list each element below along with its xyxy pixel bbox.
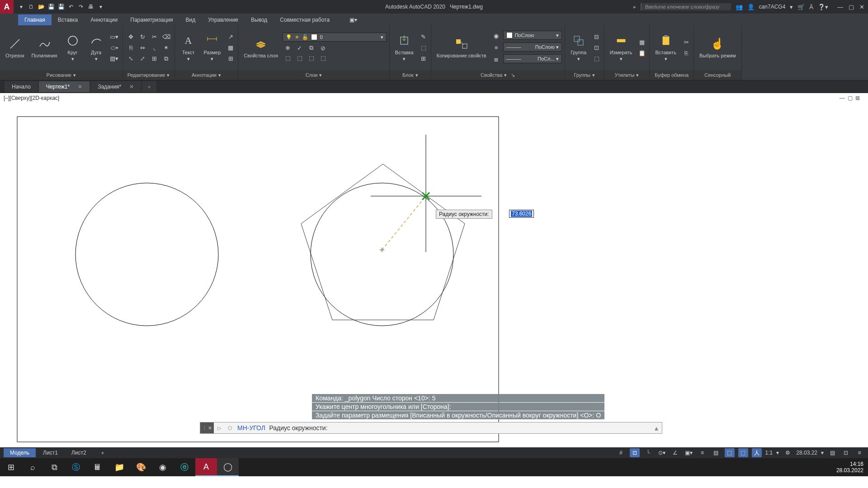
tab-insert[interactable]: Вставка bbox=[52, 14, 85, 25]
layout-tab-sheet1[interactable]: Лист1 bbox=[37, 448, 64, 457]
taskbar-time[interactable]: 14:16 bbox=[836, 461, 863, 467]
osnap-icon[interactable]: ▣▾ bbox=[684, 448, 694, 457]
panel-block-title[interactable]: Блок ▾ bbox=[390, 70, 431, 80]
edge-icon[interactable]: ⓔ bbox=[174, 458, 195, 476]
vp-min-icon[interactable]: — bbox=[840, 95, 845, 101]
util-icon2[interactable]: 📋 bbox=[637, 48, 647, 58]
linetype-selector[interactable]: ———ПоСл... ▾ bbox=[503, 54, 562, 63]
layout-tab-model[interactable]: Модель bbox=[4, 448, 36, 457]
layer-icon8[interactable]: ⬚ bbox=[318, 53, 329, 63]
snap-icon[interactable]: ⊡ bbox=[630, 448, 640, 457]
filetab-add[interactable]: ＋ bbox=[142, 81, 156, 92]
colorwheel-icon[interactable]: ◉ bbox=[491, 31, 502, 41]
selcycle-icon[interactable]: ⬚ bbox=[725, 448, 735, 457]
scale-label[interactable]: 1:1 bbox=[765, 450, 773, 456]
paste-button[interactable]: Вставить▾ bbox=[652, 33, 679, 62]
qat-more-icon[interactable]: ▾ bbox=[97, 3, 105, 11]
mirror-icon[interactable]: ⇔ bbox=[137, 43, 148, 53]
search-input[interactable]: Введите ключевое слово/фразу bbox=[641, 3, 731, 10]
line-button[interactable]: Отрезок bbox=[3, 36, 27, 60]
close-icon[interactable]: ✕ bbox=[859, 4, 864, 10]
user-dropdown-icon[interactable]: ▾ bbox=[790, 4, 793, 10]
util-icon1[interactable]: ▦ bbox=[637, 38, 647, 47]
insert-button[interactable]: Вставка▾ bbox=[392, 33, 416, 62]
hatch-icon[interactable]: ▨▾ bbox=[109, 54, 120, 64]
layer-icon4[interactable]: ⊘ bbox=[318, 43, 329, 53]
cut-icon[interactable]: ✂ bbox=[681, 38, 692, 47]
panel-groups-title[interactable]: Группы ▾ bbox=[565, 70, 604, 80]
block-create-icon[interactable]: ⊞ bbox=[418, 54, 429, 64]
match-props-button[interactable]: Копирование свойств bbox=[434, 36, 489, 60]
qat-menu-icon[interactable]: ▾ bbox=[17, 3, 25, 11]
block-edit-icon[interactable]: ✎ bbox=[418, 32, 429, 42]
block-attr-icon[interactable]: ⬚ bbox=[418, 43, 429, 53]
user-icon[interactable]: 👤 bbox=[747, 4, 755, 10]
username[interactable]: can7ACG4 bbox=[759, 4, 786, 10]
ortho-icon[interactable]: └ bbox=[643, 448, 653, 457]
maximize-icon[interactable]: ▢ bbox=[849, 4, 854, 10]
calculator-icon[interactable]: 🖩 bbox=[87, 458, 108, 476]
print-icon[interactable]: 🖶 bbox=[87, 3, 95, 11]
skype-icon[interactable]: Ⓢ bbox=[65, 458, 87, 476]
tab-view[interactable]: Вид bbox=[179, 14, 202, 25]
filetab-start[interactable]: Начало bbox=[5, 81, 38, 92]
array-icon[interactable]: ⊞ bbox=[149, 54, 160, 64]
3dosnap-icon[interactable]: ⬚ bbox=[738, 448, 748, 457]
lineweight-selector[interactable]: ———ПоСлою ▾ bbox=[503, 42, 562, 52]
layer-icon7[interactable]: ⬚ bbox=[306, 53, 317, 63]
obs-icon[interactable]: ◯ bbox=[217, 458, 239, 476]
offset-icon[interactable]: ⧉ bbox=[161, 54, 172, 64]
app-logo[interactable]: A bbox=[0, 0, 14, 14]
panel-props-title[interactable]: Свойства ▾ ↘ bbox=[431, 70, 565, 80]
signin-icon[interactable]: 👥 bbox=[736, 4, 743, 10]
dim-button[interactable]: Размер▾ bbox=[201, 33, 224, 62]
layer-selector[interactable]: 💡☀🔓 0 ▾ bbox=[283, 33, 387, 42]
erase-icon[interactable]: ⌫ bbox=[161, 32, 172, 42]
cart-icon[interactable]: 🛒 bbox=[797, 4, 805, 10]
drawing-canvas[interactable]: Радиус окружности: 73.6026 Команда: _pol… bbox=[0, 103, 868, 447]
layer-icon1[interactable]: ❄ bbox=[283, 43, 293, 53]
tab-home[interactable]: Главная bbox=[18, 14, 52, 25]
trim-icon[interactable]: ✂ bbox=[149, 32, 160, 42]
panel-modify-title[interactable]: Редактирование ▾ bbox=[123, 70, 175, 80]
explode-icon[interactable]: ✶ bbox=[161, 43, 172, 53]
clean-icon[interactable]: ⊡ bbox=[841, 448, 851, 457]
save-icon[interactable]: 💾 bbox=[47, 3, 55, 11]
group-button[interactable]: Группа▾ bbox=[568, 33, 590, 62]
rotate-icon[interactable]: ↻ bbox=[137, 32, 148, 42]
custom-icon[interactable]: ▤ bbox=[827, 448, 837, 457]
arc-button[interactable]: Дуга▾ bbox=[85, 33, 107, 62]
mtext-icon[interactable]: ⊞ bbox=[225, 54, 236, 64]
angle-icon[interactable]: ∠ bbox=[670, 448, 680, 457]
help-icon[interactable]: ❔▾ bbox=[818, 4, 828, 10]
lineweight-icon[interactable]: ≡ bbox=[491, 42, 502, 52]
paint-icon[interactable]: 🎨 bbox=[130, 458, 152, 476]
layer-icon2[interactable]: ✓ bbox=[294, 43, 305, 53]
autocad-task-icon[interactable]: A bbox=[195, 458, 217, 476]
filetab-close-icon[interactable]: ✕ bbox=[78, 84, 82, 90]
dynamic-input[interactable]: 73.6026 bbox=[509, 210, 534, 218]
text-button[interactable]: AТекст▾ bbox=[178, 33, 199, 62]
stretch-icon[interactable]: ⤡ bbox=[126, 54, 137, 64]
new-icon[interactable]: 🗋 bbox=[27, 3, 35, 11]
cmdbar-expand-icon[interactable]: ▴ bbox=[651, 424, 662, 432]
polar-icon[interactable]: ⊙▾ bbox=[657, 448, 667, 457]
undo-icon[interactable]: ↶ bbox=[67, 3, 75, 11]
ellipse-icon[interactable]: ⬭▾ bbox=[109, 43, 120, 53]
command-bar[interactable]: ⋮✕ ▷ ⬠ МН-УГОЛ Радиус окружности: ▴ bbox=[200, 422, 662, 434]
redo-icon[interactable]: ↷ bbox=[77, 3, 85, 11]
chrome-icon[interactable]: ◉ bbox=[152, 458, 174, 476]
vp-close-icon[interactable]: ⊠ bbox=[855, 95, 860, 101]
open-icon[interactable]: 📂 bbox=[37, 3, 45, 11]
cmdbar-chevron-icon[interactable]: ▷ bbox=[214, 425, 225, 431]
leader-icon[interactable]: ↗ bbox=[225, 32, 236, 42]
scale-icon[interactable]: ⤢ bbox=[137, 54, 148, 64]
copy-icon[interactable]: ⎘ bbox=[126, 43, 137, 53]
rect-icon[interactable]: ▭▾ bbox=[109, 32, 120, 42]
filetab-drawing1[interactable]: Чертеж1*✕ bbox=[39, 81, 90, 92]
touch-select-button[interactable]: ☝Выбрать режим bbox=[697, 36, 739, 60]
circle-button[interactable]: Круг▾ bbox=[62, 33, 84, 62]
table-icon[interactable]: ▦ bbox=[225, 43, 236, 53]
tab-parametric[interactable]: Параметризация bbox=[124, 14, 179, 25]
layer-icon5[interactable]: ⬚ bbox=[283, 53, 293, 63]
